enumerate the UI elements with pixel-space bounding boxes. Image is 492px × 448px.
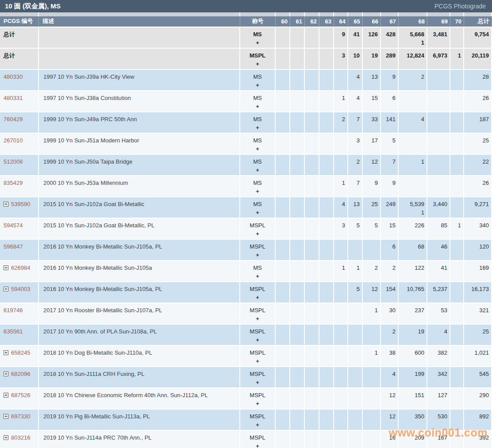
- total-cell: 169: [464, 261, 492, 282]
- expand-icon[interactable]: +: [4, 435, 8, 440]
- designation-label: MSPL: [240, 306, 275, 314]
- pcgs-number-link[interactable]: 658245: [11, 349, 30, 356]
- grade-cell-70: [450, 134, 464, 155]
- designation-cell: MS+: [240, 112, 276, 134]
- grade-cell-64: [334, 346, 348, 367]
- grade-cell-60: [276, 346, 290, 367]
- designation-cell: MSPL+: [240, 49, 276, 70]
- designation-cell: MS+: [240, 70, 276, 91]
- expand-icon[interactable]: +: [4, 202, 8, 207]
- grade-cell-60: [276, 367, 290, 388]
- grade-cell-65: [348, 303, 363, 325]
- designation-label: MS: [240, 179, 275, 187]
- grade-cell-68: 600: [399, 346, 427, 367]
- pcgs-number-cell: 619746: [0, 303, 39, 325]
- pcgs-number-link[interactable]: 803216: [11, 434, 30, 441]
- grade-cell-65: 7: [348, 176, 363, 197]
- grade-cell-65: 3: [348, 134, 363, 155]
- total-cell: 9,754: [464, 27, 492, 49]
- plus-designation-label: +: [240, 442, 275, 448]
- grade-cell-66: [363, 410, 381, 431]
- grade-cell-60: [276, 91, 290, 112]
- expand-icon[interactable]: +: [4, 350, 8, 355]
- col-header-grade-62: 62: [305, 16, 319, 27]
- grade-cell-64: [334, 240, 348, 261]
- grade-cell-60: [276, 218, 290, 240]
- grade-cell-67: 12: [381, 388, 399, 410]
- grade-cell-63: [319, 261, 334, 282]
- pcgs-number-link[interactable]: 480331: [4, 95, 23, 101]
- total-cell: 187: [464, 112, 492, 134]
- grade-cell-67: 141: [381, 112, 399, 134]
- grade-cell-61: [290, 112, 305, 134]
- grade-cell-69: [427, 176, 450, 197]
- grade-cell-62: [305, 218, 319, 240]
- grade-cell-61: [290, 388, 305, 410]
- expand-icon[interactable]: +: [4, 414, 8, 419]
- pcgs-number-link[interactable]: 760429: [4, 116, 23, 123]
- description-cell: 2018 10 Yn Sun-J111a CRH Fuxing, PL: [39, 367, 240, 388]
- pcgs-number-link[interactable]: 512008: [4, 158, 23, 165]
- pcgs-number-link[interactable]: 626984: [11, 264, 30, 271]
- grade-cell-67: 6: [381, 240, 399, 261]
- grade-cell-70: [450, 155, 464, 176]
- expand-icon[interactable]: +: [4, 287, 8, 291]
- pcgs-number-link[interactable]: 596847: [4, 243, 23, 250]
- grade-cell-63: [319, 303, 334, 325]
- grade-cell-64: [334, 431, 348, 448]
- expand-icon[interactable]: +: [4, 393, 8, 398]
- designation-cell: MS+: [240, 91, 276, 112]
- grade-cell-68: 12,824: [399, 49, 427, 70]
- table-row: +8032162019 10 Yn Sun-J114a PRC 70th Ann…: [0, 431, 492, 448]
- pcgs-photograde-link[interactable]: PCGS Photograde: [434, 0, 486, 12]
- population-table: PCGS 编号 描述 称号 60 61 62 63 64 65 66 67 68…: [0, 12, 492, 448]
- grade-cell-60: [276, 410, 290, 431]
- expand-icon[interactable]: +: [4, 371, 8, 376]
- grade-cell-63: [319, 49, 334, 70]
- pcgs-number-link[interactable]: 697330: [11, 413, 30, 420]
- designation-cell: MSPL+: [240, 240, 276, 261]
- grade-cell-69: 53: [427, 303, 450, 325]
- grade-cell-61: [290, 134, 305, 155]
- grade-cell-70: [450, 282, 464, 303]
- pcgs-number-link[interactable]: 682096: [11, 371, 30, 377]
- grade-cell-65: [348, 388, 363, 410]
- grade-cell-65: 5: [348, 282, 363, 303]
- grade-cell-60: [276, 261, 290, 282]
- grade-cell-69: 3,440: [427, 197, 450, 218]
- title-bar: 10 圆 (双金属), MS PCGS Photograde: [0, 0, 492, 12]
- pcgs-number-link[interactable]: 480330: [4, 73, 23, 80]
- pcgs-number-link[interactable]: 594574: [4, 222, 23, 229]
- pcgs-number-link[interactable]: 619746: [4, 307, 23, 314]
- grade-cell-61: [290, 49, 305, 70]
- col-header-grade-69: 69: [427, 16, 450, 27]
- grade-cell-66: [363, 367, 381, 388]
- pcgs-number-link[interactable]: 635561: [4, 328, 23, 335]
- designation-label: MSPL: [240, 327, 275, 336]
- col-header-pcgs-number: PCGS 编号: [0, 16, 39, 27]
- expand-icon[interactable]: +: [4, 265, 8, 270]
- table-row: 5968472016 10 Yn Monkey Bi-Metallic Sun-…: [0, 240, 492, 261]
- pcgs-number-cell: 760429: [0, 112, 39, 134]
- pcgs-number-link[interactable]: 594003: [11, 286, 30, 292]
- plus-designation-label: +: [240, 208, 275, 217]
- summary-label: 总计: [4, 52, 15, 59]
- grade-cell-68: 199: [399, 367, 427, 388]
- grade-cell-62: [305, 176, 319, 197]
- grade-cell-70: [450, 388, 464, 410]
- designation-label: MS: [240, 30, 275, 38]
- designation-label: MSPL: [240, 242, 275, 251]
- pcgs-number-link[interactable]: 267010: [4, 137, 23, 144]
- grade-cell-67: 12: [381, 410, 399, 431]
- grade-cell-62: [305, 91, 319, 112]
- grade-cell-70: [450, 197, 464, 218]
- pcgs-number-link[interactable]: 687526: [11, 392, 30, 398]
- grade-cell-66: [363, 431, 381, 448]
- pcgs-number-link[interactable]: 539590: [11, 201, 30, 207]
- grade-cell-67: 2: [381, 325, 399, 346]
- description-cell: 2018 10 Yn Dog Bi-Metallic Sun-J110a, PL: [39, 346, 240, 367]
- pcgs-number-link[interactable]: 835429: [4, 180, 23, 186]
- grade-cell-64: [334, 367, 348, 388]
- grade-cell-62: [305, 240, 319, 261]
- grade-cell-61: [290, 282, 305, 303]
